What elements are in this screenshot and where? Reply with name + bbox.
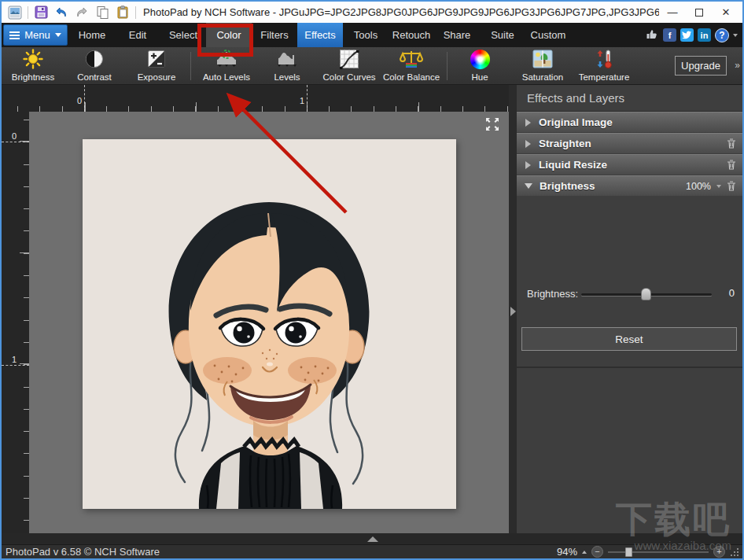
save-icon[interactable] (33, 5, 49, 20)
thumbs-up-icon[interactable] (646, 28, 659, 43)
collapse-arrow-icon[interactable] (525, 183, 532, 189)
brightness-slider-handle[interactable] (641, 288, 651, 300)
twitter-icon[interactable] (680, 28, 694, 42)
tool-temperature[interactable]: Temperature (572, 49, 636, 83)
layer-row-liquid-resize[interactable]: Liquid Resize (517, 154, 742, 175)
tool-brightness[interactable]: Brightness (5, 49, 61, 83)
brightness-slider[interactable] (581, 293, 712, 296)
layer-row-straighten[interactable]: Straighten (517, 133, 742, 153)
hue-wheel-icon (470, 49, 490, 69)
tab-tools[interactable]: Tools (343, 23, 389, 47)
tab-share[interactable]: Share (434, 23, 480, 47)
tool-label: Levels (274, 72, 300, 82)
tab-edit[interactable]: Edit (115, 23, 160, 47)
annotation-highlight-box (197, 24, 253, 57)
temperature-icon (595, 49, 613, 69)
canvas-area[interactable] (29, 112, 509, 533)
tool-label: Exposure (138, 72, 176, 82)
divider (447, 52, 448, 80)
saturation-icon (532, 49, 553, 69)
layer-row-original-image[interactable]: Original Image (517, 112, 742, 132)
zoom-out-button[interactable]: − (591, 546, 603, 558)
divider (517, 367, 742, 368)
photopad-window: PhotoPad by NCH Software - JPGuJPG=JPG2J… (0, 0, 744, 560)
bottom-panel-expand-icon[interactable] (367, 536, 378, 542)
resize-grip-icon[interactable] (730, 547, 739, 557)
tool-exposure[interactable]: Exposure (128, 49, 185, 83)
panel-collapse-arrow-icon[interactable] (510, 307, 516, 316)
toolbar-overflow-chevron[interactable]: » (735, 60, 740, 71)
zoom-percent[interactable]: 94% (557, 546, 577, 558)
color-curves-icon (339, 49, 359, 69)
ruler-label: 1 (300, 96, 304, 105)
color-balance-icon (400, 49, 423, 69)
tool-levels[interactable]: Levels (259, 49, 315, 83)
divider (135, 6, 136, 19)
close-button[interactable]: ✕ (713, 3, 739, 22)
zoom-slider[interactable] (608, 551, 709, 553)
undo-icon[interactable] (53, 5, 69, 20)
tool-label: Contrast (77, 72, 111, 82)
layer-label: Straighten (539, 138, 591, 149)
ruler-label: 0 (77, 96, 82, 105)
tool-contrast[interactable]: Contrast (66, 49, 123, 83)
brightness-label: Brightness: (527, 288, 578, 300)
paste-icon[interactable] (115, 5, 131, 20)
copy-icon[interactable] (94, 5, 110, 20)
menu-button-label: Menu (24, 29, 50, 41)
tool-hue[interactable]: Hue (451, 49, 508, 83)
redo-icon[interactable] (74, 5, 90, 20)
chevron-down-icon[interactable] (733, 34, 738, 37)
expand-arrow-icon[interactable] (525, 140, 531, 148)
reset-button[interactable]: Reset (521, 327, 737, 351)
version-text: PhotoPad v 6.58 © NCH Software (6, 546, 160, 558)
ruler-tick (2, 365, 29, 366)
chevron-down-icon[interactable] (716, 185, 721, 188)
levels-icon (276, 49, 298, 69)
ruler-tick (84, 85, 85, 112)
trash-icon[interactable] (727, 181, 736, 191)
zoom-caret-icon[interactable] (582, 551, 587, 554)
tool-color-balance[interactable]: Color Balance (378, 49, 445, 83)
panel-title: Effects and Layers (517, 85, 742, 112)
expand-arrow-icon[interactable] (525, 161, 531, 169)
minimize-button[interactable]: — (659, 3, 686, 22)
tab-home[interactable]: Home (69, 23, 115, 47)
ruler-tick (2, 142, 29, 142)
fullscreen-icon[interactable] (485, 117, 499, 131)
trash-icon[interactable] (727, 160, 736, 170)
tab-retouch[interactable]: Retouch (389, 23, 434, 47)
horizontal-ruler: 0 1 (2, 85, 509, 112)
maximize-button[interactable] (686, 3, 713, 22)
vertical-ruler: 0 1 (2, 112, 29, 533)
tool-color-curves[interactable]: Color Curves (317, 49, 381, 83)
bottom-panel-strip (2, 533, 742, 544)
tab-effects[interactable]: Effects (297, 23, 343, 47)
layer-label: Original Image (539, 116, 613, 128)
exposure-icon (147, 49, 166, 69)
panel-divider (509, 85, 517, 533)
sun-icon (23, 49, 43, 69)
divider (190, 52, 191, 80)
linkedin-icon[interactable]: in (698, 28, 711, 42)
contrast-icon (85, 49, 104, 69)
zoom-in-button[interactable]: + (713, 546, 725, 558)
upgrade-button[interactable]: Upgrade (675, 56, 727, 76)
facebook-icon[interactable]: f (663, 28, 676, 42)
tab-suite[interactable]: Suite (480, 23, 525, 47)
zoom-slider-handle[interactable] (625, 547, 632, 557)
trash-icon[interactable] (727, 138, 736, 149)
help-icon[interactable]: ? (715, 28, 729, 42)
tab-filters[interactable]: Filters (252, 23, 297, 47)
tool-label: Saturation (522, 72, 563, 82)
menu-button[interactable]: Menu (3, 24, 68, 46)
expand-arrow-icon[interactable] (525, 119, 531, 127)
maximize-icon (695, 9, 703, 17)
tool-saturation[interactable]: Saturation (512, 49, 573, 83)
layer-label: Brightness (540, 180, 595, 192)
opacity-value[interactable]: 100% (686, 181, 711, 192)
layer-row-brightness[interactable]: Brightness 100% (517, 175, 742, 196)
tab-custom[interactable]: Custom (525, 23, 571, 47)
chevron-down-icon (55, 33, 61, 37)
ruler-label: 0 (12, 131, 17, 141)
